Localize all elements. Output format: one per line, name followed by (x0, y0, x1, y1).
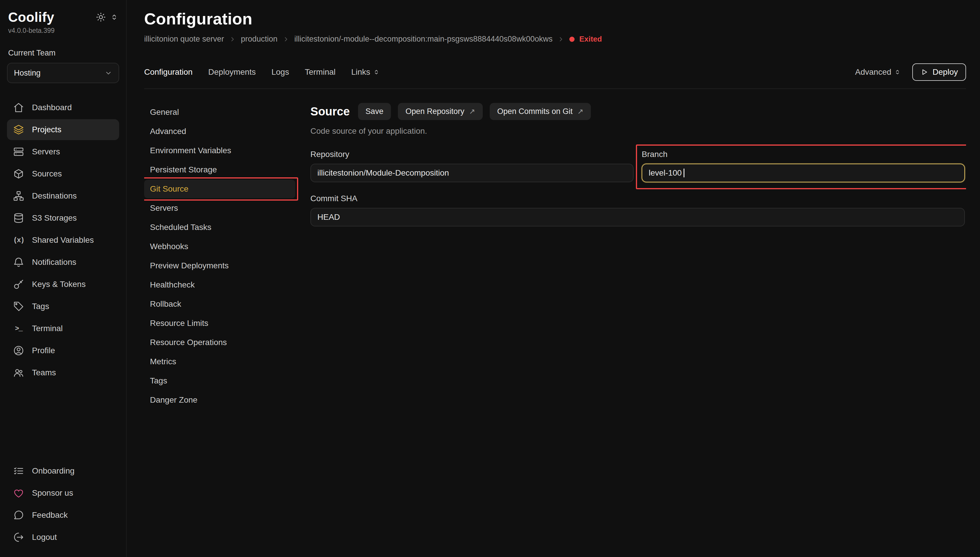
network-icon (13, 190, 24, 202)
deploy-button-label: Deploy (933, 67, 958, 77)
home-icon (13, 102, 24, 113)
subnav-item-webhooks[interactable]: Webhooks (144, 237, 295, 256)
sidebar-item-label: Feedback (32, 510, 68, 520)
tab-configuration[interactable]: Configuration (144, 67, 193, 77)
breadcrumb: illicitonion quote server production ill… (144, 34, 966, 44)
sidebar-item-label: Notifications (32, 257, 76, 267)
commit-sha-label: Commit SHA (310, 194, 965, 203)
chevron-up-down-icon[interactable] (111, 13, 118, 21)
sidebar-item-s3-storages[interactable]: S3 Storages (7, 208, 119, 228)
commit-sha-input[interactable] (310, 208, 965, 226)
branch-input-wrap (642, 164, 965, 182)
sidebar-item-teams[interactable]: Teams (7, 362, 119, 383)
server-icon (13, 146, 24, 158)
open-commits-label: Open Commits on Git (497, 107, 573, 116)
sidebar-item-keys-tokens[interactable]: Keys & Tokens (7, 274, 119, 295)
sidebar-item-label: Sponsor us (32, 489, 73, 498)
sidebar-item-terminal[interactable]: >_ Terminal (7, 318, 119, 339)
tab-logs[interactable]: Logs (271, 67, 289, 77)
app-logo[interactable]: Coolify (8, 9, 54, 25)
subnav-item-advanced[interactable]: Advanced (144, 122, 295, 141)
sidebar-item-tags[interactable]: Tags (7, 296, 119, 317)
subnav-item-metrics[interactable]: Metrics (144, 352, 295, 371)
logout-icon (13, 531, 24, 543)
subnav-item-tags[interactable]: Tags (144, 371, 295, 390)
checklist-icon (13, 465, 24, 477)
sun-icon[interactable] (96, 12, 106, 22)
layers-icon (13, 124, 24, 135)
sidebar-nav: Dashboard Projects Servers Sources Desti… (7, 97, 119, 383)
sidebar-item-label: Onboarding (32, 466, 75, 476)
breadcrumb-application[interactable]: illicitestonion/-module--decomposition:m… (294, 34, 553, 44)
sidebar-item-servers[interactable]: Servers (7, 141, 119, 162)
source-form: Repository Branch Co (310, 150, 965, 226)
subnav-item-resource-limits[interactable]: Resource Limits (144, 314, 295, 332)
tab-deployments[interactable]: Deployments (208, 67, 256, 77)
tab-links[interactable]: Links (351, 67, 380, 77)
subnav-item-resource-operations[interactable]: Resource Operations (144, 333, 295, 352)
text-cursor (684, 169, 684, 178)
sidebar-item-feedback[interactable]: Feedback (7, 505, 119, 526)
breadcrumb-project[interactable]: illicitonion quote server (144, 34, 224, 44)
subnav-item-rollback[interactable]: Rollback (144, 295, 295, 313)
sidebar-item-label: Shared Variables (32, 236, 94, 245)
sidebar-item-dashboard[interactable]: Dashboard (7, 97, 119, 118)
subnav-item-healthcheck[interactable]: Healthcheck (144, 275, 295, 294)
open-repository-button[interactable]: Open Repository ↗ (398, 103, 483, 120)
deploy-button[interactable]: Deploy (912, 64, 966, 81)
brand-row: Coolify (7, 8, 119, 25)
open-commits-button[interactable]: Open Commits on Git ↗ (490, 103, 591, 120)
save-button[interactable]: Save (358, 103, 391, 120)
user-circle-icon (13, 345, 24, 357)
subnav-item-scheduled-tasks[interactable]: Scheduled Tasks (144, 218, 295, 237)
sidebar-item-logout[interactable]: Logout (7, 527, 119, 548)
subnav-item-servers[interactable]: Servers (144, 199, 295, 217)
sidebar-item-onboarding[interactable]: Onboarding (7, 461, 119, 481)
branch-field: Branch (642, 150, 965, 182)
source-panel: Source Save Open Repository ↗ Open Commi… (310, 103, 966, 557)
sidebar-item-sponsor-us[interactable]: Sponsor us (7, 482, 119, 503)
repository-input-wrap (310, 164, 634, 182)
tab-actions: Advanced Deploy (855, 64, 966, 81)
configuration-content: General Advanced Environment Variables P… (144, 103, 966, 557)
heart-icon (13, 487, 24, 499)
advanced-dropdown[interactable]: Advanced (855, 67, 900, 77)
sidebar-item-label: Dashboard (32, 103, 72, 112)
sidebar: Coolify v4.0.0-beta.399 Current Team Hos… (0, 0, 127, 557)
sidebar-item-projects[interactable]: Projects (7, 119, 119, 140)
branch-input[interactable] (642, 164, 965, 182)
external-link-icon: ↗ (469, 107, 475, 116)
main-content: Configuration illicitonion quote server … (127, 0, 980, 557)
team-select[interactable]: Hosting (7, 63, 119, 83)
chevron-up-down-icon (373, 69, 380, 75)
status-dot-icon (569, 37, 575, 42)
sidebar-item-profile[interactable]: Profile (7, 340, 119, 361)
subnav-item-git-source[interactable]: Git Source (144, 180, 295, 198)
variable-icon: (x) (13, 234, 24, 246)
sidebar-item-notifications[interactable]: Notifications (7, 252, 119, 273)
sidebar-item-destinations[interactable]: Destinations (7, 186, 119, 207)
database-icon (13, 212, 24, 224)
chat-bubble-icon (13, 509, 24, 521)
chevron-down-icon (105, 69, 112, 77)
external-link-icon: ↗ (577, 107, 583, 116)
subnav-item-preview-deployments[interactable]: Preview Deployments (144, 256, 295, 275)
subnav-item-persistent-storage[interactable]: Persistent Storage (144, 160, 295, 179)
tag-icon (13, 301, 24, 312)
breadcrumb-environment[interactable]: production (241, 34, 278, 44)
chevron-right-icon (229, 36, 236, 42)
status-badge: Exited (569, 34, 602, 44)
subnav-item-general[interactable]: General (144, 103, 295, 122)
source-description: Code source of your application. (310, 127, 965, 136)
tabs: Configuration Deployments Logs Terminal … (144, 67, 380, 77)
tab-terminal[interactable]: Terminal (305, 67, 336, 77)
subnav-item-danger-zone[interactable]: Danger Zone (144, 391, 295, 409)
bell-icon (13, 256, 24, 268)
sidebar-item-sources[interactable]: Sources (7, 163, 119, 184)
repository-input[interactable] (310, 164, 634, 182)
sidebar-item-label: Sources (32, 169, 62, 179)
subnav-item-environment-variables[interactable]: Environment Variables (144, 141, 295, 160)
source-heading: Source (310, 105, 350, 118)
sidebar-item-shared-variables[interactable]: (x) Shared Variables (7, 230, 119, 251)
brand-icons (96, 12, 118, 22)
